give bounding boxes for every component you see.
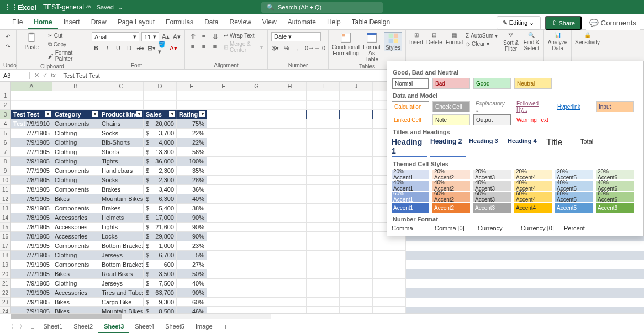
row-header-13[interactable]: 13 [0, 204, 10, 213]
row-header-1[interactable]: 1 [0, 91, 10, 101]
conditional-formatting-button[interactable]: Conditional Formatting [332, 32, 360, 56]
table-header-3[interactable]: Sales▾ [144, 110, 177, 119]
add-sheet-button[interactable]: + [219, 323, 233, 331]
sheet-list-icon[interactable]: ≡ [29, 324, 36, 330]
align-top-icon[interactable]: ⇈ [188, 32, 197, 41]
style-accent6-40[interactable]: 40% - Accent6 [596, 181, 634, 191]
style-heading2[interactable]: Heading 2 [430, 138, 466, 157]
filter-icon[interactable]: ▾ [45, 111, 51, 117]
table-row[interactable]: 7/7/1905BikesRoad Bikes$3,50050% [11, 269, 644, 279]
row-headers[interactable]: 1234567891011121314151617181920212223242… [0, 91, 11, 313]
editing-mode-button[interactable]: ✎ Editing ⌄ [497, 16, 541, 30]
autosum-button[interactable]: Σ AutoSum ▾ [464, 32, 499, 39]
sheet-tab-image[interactable]: Image [190, 321, 218, 333]
style-total[interactable]: Total [580, 138, 611, 157]
style-currency[interactable]: Currency [478, 225, 518, 231]
format-cell-button[interactable]: ▦Format [446, 32, 463, 45]
tab-page-layout[interactable]: Page Layout [112, 15, 160, 29]
doc-title[interactable]: TEST-general [43, 3, 84, 11]
name-box[interactable]: A3 [0, 72, 30, 79]
style-accent3-100[interactable]: Accent3 [473, 203, 511, 213]
align-right-icon[interactable]: ≡ [210, 42, 219, 51]
tab-table-design[interactable]: Table Design [346, 15, 395, 29]
search-box[interactable]: 🔍 Search (Alt + Q) [261, 2, 383, 13]
table-header-1[interactable]: Category▾ [52, 110, 99, 119]
bold-icon[interactable]: B [92, 44, 101, 52]
undo-icon[interactable]: ↶ [3, 32, 12, 41]
table-header-0[interactable]: Test Test Test▾ [11, 110, 52, 119]
decrease-font-icon[interactable]: A▾ [172, 33, 181, 41]
sheet-tab-sheet2[interactable]: Sheet2 [68, 321, 98, 333]
row-header-17[interactable]: 17 [0, 241, 10, 251]
table-row[interactable]: 7/9/1905ComponentsBottom Brackets$1,0002… [11, 241, 644, 251]
style-accent1-40[interactable]: 40% - Accent1 [392, 181, 429, 191]
col-header-I[interactable]: I [307, 82, 340, 91]
row-header-18[interactable]: 18 [0, 251, 10, 260]
select-all-corner[interactable] [0, 82, 11, 91]
share-button[interactable]: ⇧ Share [545, 16, 582, 30]
style-linked-cell[interactable]: Linked Cell [392, 114, 429, 125]
sheet-tab-sheet4[interactable]: Sheet4 [129, 321, 160, 333]
row-header-21[interactable]: 21 [0, 279, 10, 288]
style-good[interactable]: Good [473, 78, 511, 89]
row-header-9[interactable]: 9 [0, 166, 10, 176]
row-header-4[interactable]: 4 [0, 119, 10, 129]
border-icon[interactable]: ⊞▾ [147, 44, 156, 52]
style-output[interactable]: Output [473, 114, 511, 125]
col-header-C[interactable]: C [99, 82, 144, 91]
copy-button[interactable]: ⧉ Copy [47, 40, 85, 48]
cut-button[interactable]: ✂ Cut [47, 32, 85, 39]
column-headers[interactable]: ABCDEFGHIJK [11, 82, 406, 91]
style-warning-text[interactable]: Warning Text [514, 114, 552, 125]
row-header-16[interactable]: 16 [0, 232, 10, 241]
row-header-11[interactable]: 11 [0, 185, 10, 194]
style-accent5-100[interactable]: Accent5 [555, 203, 593, 213]
row-header-7[interactable]: 7 [0, 147, 10, 157]
style-input[interactable]: Input [596, 101, 634, 112]
row-header-24[interactable]: 24 [0, 307, 10, 313]
delete-cell-button[interactable]: ⊟Delete [426, 32, 442, 45]
fx-icon[interactable]: fx [51, 72, 56, 79]
tab-home[interactable]: Home [28, 15, 57, 29]
filter-icon[interactable]: ▾ [92, 111, 98, 117]
tab-automate[interactable]: Automate [282, 15, 321, 29]
apps-icon[interactable]: ⋮⋮⋮ [3, 3, 12, 12]
filter-icon[interactable]: ▾ [169, 111, 175, 117]
cancel-formula-icon[interactable]: ✕ [34, 72, 39, 79]
table-header-2[interactable]: Product kind▾ [99, 110, 144, 119]
style-accent5-60[interactable]: 60% - Accent5 [555, 192, 593, 202]
font-size-select[interactable]: 11▾ [141, 32, 159, 41]
row-header-6[interactable]: 6 [0, 138, 10, 147]
align-mid-icon[interactable]: ≡ [199, 32, 208, 41]
percent-icon[interactable]: % [282, 44, 291, 52]
style-accent3-20[interactable]: 20% - Accent3 [473, 170, 511, 179]
style-accent5-20[interactable]: 20% - Accent5 [555, 170, 593, 179]
number-format-select[interactable]: Date ▾ [271, 32, 321, 41]
align-left-icon[interactable]: ≡ [188, 42, 197, 51]
table-row[interactable]: 7/7/1905ClothingJerseys$6,7005% [11, 251, 644, 260]
style-heading4[interactable]: Heading 4 [508, 138, 543, 157]
row-header-22[interactable]: 22 [0, 288, 10, 298]
tab-formulas[interactable]: Formulas [160, 15, 199, 29]
row-header-20[interactable]: 20 [0, 269, 10, 279]
style-accent2-100[interactable]: Accent2 [432, 203, 470, 213]
row-header-14[interactable]: 14 [0, 213, 10, 223]
style-accent6-100[interactable]: Accent6 [596, 203, 634, 213]
col-header-E[interactable]: E [177, 82, 207, 91]
style-accent1-60[interactable]: 60% - Accent1 [392, 192, 429, 202]
style-calculation[interactable]: Calculation [392, 101, 429, 112]
font-name-select[interactable]: Arial▾ [92, 32, 139, 41]
col-header-F[interactable]: F [207, 82, 240, 91]
col-header-H[interactable]: H [273, 82, 307, 91]
style-neutral[interactable]: Neutral [514, 78, 552, 89]
horizontal-scrollbar[interactable] [0, 313, 644, 320]
merge-center-button[interactable]: ⊞ Merge & Center ▾ [223, 40, 264, 54]
comma-icon[interactable]: , [293, 44, 302, 52]
style-accent2-60[interactable]: 60% - Accent2 [432, 192, 470, 202]
sheet-nav-prev-icon[interactable]: 〈 [6, 323, 16, 331]
table-row[interactable]: 7/9/1905BikesCargo Bike$9,30060% [11, 298, 644, 307]
style-bad[interactable]: Bad [432, 78, 470, 89]
align-bot-icon[interactable]: ⇊ [210, 32, 219, 41]
style-explanatory[interactable]: Explanatory ... [473, 101, 511, 112]
row-header-19[interactable]: 19 [0, 260, 10, 269]
